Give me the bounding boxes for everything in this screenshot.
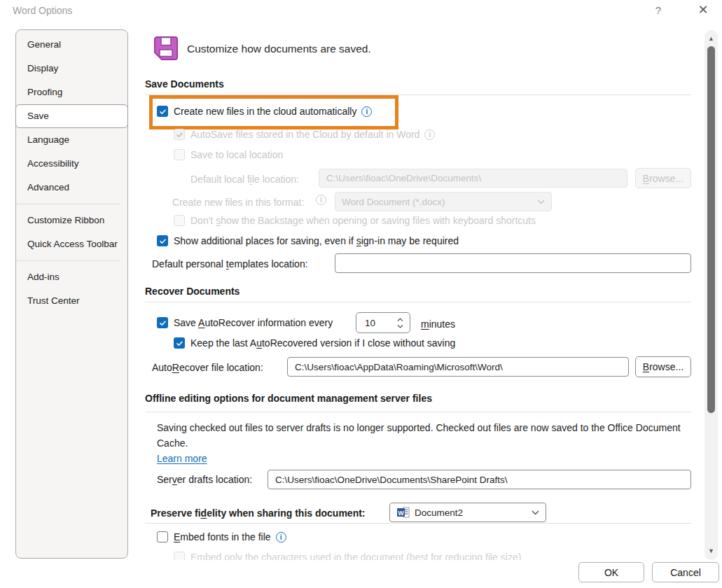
default-local-location-input: C:\Users\fioac\OneDrive\Documents\ [319,169,627,188]
browse-autorecover-button[interactable]: Browse... [635,356,691,377]
info-icon: i [424,130,435,140]
backstage-label: Don't show the Backstage when opening or… [190,215,536,226]
preserve-fidelity-value: Document2 [415,507,532,518]
preserve-fidelity-dropdown[interactable]: W Document2 [389,503,546,522]
embed-chars-label: Embed only the characters used in the do… [190,552,521,560]
browse-local-button: Browse... [635,168,691,188]
personal-templates-input[interactable] [335,253,691,273]
save-local-row: Save to local location [174,149,283,160]
embed-fonts-row: Embed fonts in the file i [157,531,286,542]
ok-button[interactable]: OK [578,562,644,582]
cancel-button[interactable]: Cancel [652,562,719,582]
personal-templates-label: Default personal templates location: [152,258,308,270]
save-local-label: Save to local location [190,149,283,160]
word-document-icon: W [396,507,410,519]
autosave-cloud-label: AutoSave files stored in the Cloud by de… [190,129,419,140]
save-local-checkbox [174,149,185,160]
backstage-checkbox [174,215,185,226]
chevron-down-icon[interactable] [532,510,539,515]
autorecover-interval-row: Save AutoRecover information every [157,317,333,328]
save-autorecover-label: Save AutoRecover information every [174,317,333,328]
save-autorecover-checkbox[interactable] [157,317,168,328]
info-icon: i [316,195,326,205]
show-additional-places-checkbox[interactable] [157,235,168,246]
section-divider [145,302,691,302]
section-heading-save-documents: Save Documents [145,78,224,90]
word-options-dialog: Word Options ? ✕ General Display Proofin… [0,0,722,588]
show-additional-places-label: Show additional places for saving, even … [174,235,459,246]
embed-chars-checkbox [174,552,185,560]
section-divider [145,412,691,412]
svg-text:W: W [398,509,404,516]
preserve-fidelity-label: Preserve fidelity when sharing this docu… [151,507,366,519]
scrollbar-thumb[interactable] [707,46,715,413]
autorecover-minutes-spinner[interactable]: 10 [356,312,410,333]
section-heading-recover-documents: Recover Documents [145,286,239,297]
autorecover-minutes-value[interactable]: 10 [356,318,397,328]
scroll-down-icon[interactable]: ▼ [704,547,718,554]
highlight-box [149,95,398,130]
autorecover-location-input[interactable]: C:\Users\fioac\AppData\Roaming\Microsoft… [287,357,629,377]
backstage-row: Don't show the Backstage when opening or… [174,215,536,226]
keep-last-autorecovered-label: Keep the last AutoRecovered version if I… [190,337,455,349]
file-format-label: Create new files in this format: [172,197,304,208]
info-icon[interactable]: i [276,532,286,542]
keep-last-autorecovered-row: Keep the last AutoRecovered version if I… [174,337,455,349]
file-format-dropdown: Word Document (*.docx) [335,192,552,211]
spin-down-icon[interactable] [397,324,403,328]
default-local-location-label: Default local file location: [190,174,299,185]
autosave-cloud-checkbox [174,129,185,140]
embed-fonts-checkbox[interactable] [157,531,168,542]
show-additional-places-row: Show additional places for saving, even … [157,235,459,246]
autorecover-location-label: AutoRecover file location: [152,362,263,373]
scroll-up-icon[interactable]: ▲ [704,35,718,42]
keep-last-autorecovered-checkbox[interactable] [174,337,185,349]
embed-fonts-label: Embed fonts in the file [174,531,271,542]
chevron-down-icon [537,200,545,204]
minutes-label: minutes [421,318,455,330]
page-title: Customize how documents are saved. [187,43,371,55]
learn-more-link[interactable]: Learn more [157,453,207,464]
spin-up-icon[interactable] [397,318,403,322]
server-drafts-input[interactable]: C:\Users\fioac\OneDrive\Documents\ShareP… [268,470,691,489]
save-floppy-icon [153,35,179,64]
section-divider [145,523,691,524]
autosave-cloud-row: AutoSave files stored in the Cloud by de… [174,129,435,140]
file-format-value: Word Document (*.docx) [342,197,537,207]
offline-note: Saving checked out files to server draft… [157,421,681,451]
section-heading-offline: Offline editing options for document man… [145,393,432,404]
content-area: Customize how documents are saved. Save … [0,0,704,560]
embed-chars-row: Embed only the characters used in the do… [174,552,521,560]
server-drafts-label: Server drafts location: [157,474,252,485]
